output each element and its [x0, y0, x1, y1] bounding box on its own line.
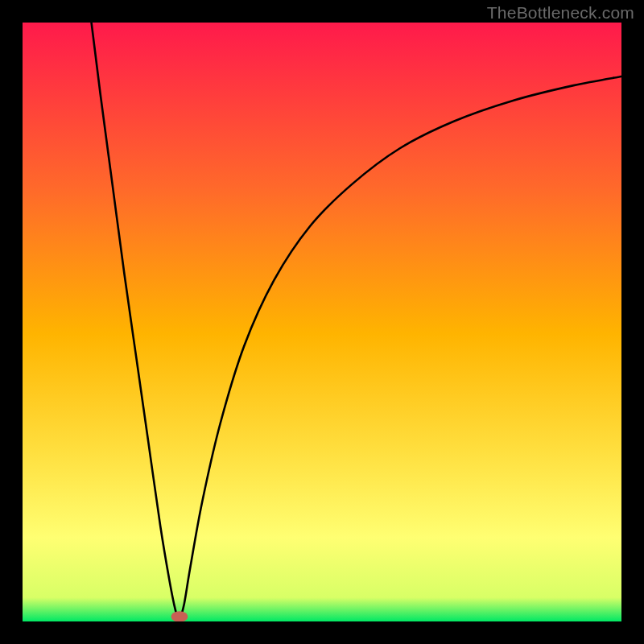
attribution-text: TheBottleneck.com: [487, 3, 634, 23]
gradient-background: [23, 23, 621, 621]
chart-frame: [23, 23, 621, 621]
bottleneck-chart: [23, 23, 621, 621]
